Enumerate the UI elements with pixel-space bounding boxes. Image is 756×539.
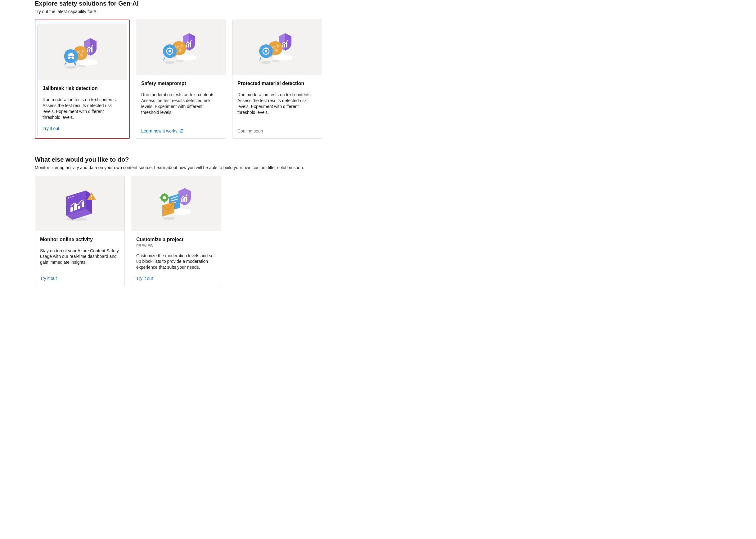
card-hero bbox=[38, 25, 127, 80]
try-it-out-link[interactable]: Try it out bbox=[136, 276, 216, 281]
svg-marker-55 bbox=[74, 203, 77, 211]
svg-point-12 bbox=[72, 56, 74, 59]
svg-rect-34 bbox=[284, 44, 285, 47]
svg-point-31 bbox=[175, 60, 184, 62]
svg-rect-65 bbox=[186, 197, 187, 202]
card-hero bbox=[136, 20, 226, 75]
coming-soon-label: Coming soon bbox=[237, 128, 317, 133]
svg-rect-60 bbox=[91, 198, 92, 199]
svg-point-30 bbox=[165, 61, 175, 64]
card-monitor-activity[interactable]: Monitor online activity Stay on top of y… bbox=[35, 176, 125, 286]
card-protected-material[interactable]: Protected material detection Run moderat… bbox=[232, 20, 322, 139]
svg-rect-29 bbox=[169, 47, 170, 49]
card-customize-project[interactable]: Customize a project PREVIEW Customize th… bbox=[131, 176, 221, 286]
section1-subtext: Try out the latest capability for AI bbox=[35, 9, 396, 14]
card-title: Jailbreak risk detection bbox=[42, 86, 122, 91]
svg-rect-74 bbox=[164, 201, 165, 203]
svg-rect-63 bbox=[181, 199, 183, 202]
svg-rect-76 bbox=[168, 197, 170, 198]
card-desc: Run moderation tests on text contents. A… bbox=[141, 92, 221, 116]
svg-rect-73 bbox=[164, 193, 165, 194]
svg-point-62 bbox=[172, 208, 191, 215]
learn-how-link[interactable]: Learn how it works bbox=[141, 128, 221, 133]
svg-point-47 bbox=[271, 60, 280, 62]
card-hero bbox=[131, 176, 221, 231]
section2-cards: Monitor online activity Stay on top of y… bbox=[35, 176, 396, 286]
svg-rect-59 bbox=[91, 195, 92, 197]
section1-heading: Explore safety solutions for Gen-AI bbox=[35, 0, 396, 7]
card-title: Customize a project bbox=[136, 237, 216, 242]
card-desc: Run moderation tests on text contents. A… bbox=[42, 97, 122, 120]
svg-rect-18 bbox=[188, 44, 189, 47]
svg-point-46 bbox=[261, 61, 271, 64]
try-it-out-link[interactable]: Try it out bbox=[42, 126, 122, 131]
card-safety-metaprompt[interactable]: Safety metaprompt Run moderation tests o… bbox=[136, 20, 226, 139]
svg-point-44 bbox=[265, 50, 267, 52]
svg-point-77 bbox=[163, 217, 175, 220]
card-title: Protected material detection bbox=[237, 81, 317, 86]
svg-rect-13 bbox=[70, 57, 72, 58]
svg-rect-3 bbox=[91, 47, 93, 52]
svg-rect-2 bbox=[89, 49, 90, 52]
safety-bubbles-icon bbox=[156, 29, 206, 66]
section1-cards: Jailbreak risk detection Run moderation … bbox=[35, 20, 396, 139]
card-hero bbox=[35, 176, 124, 231]
svg-point-14 bbox=[66, 66, 76, 69]
svg-rect-35 bbox=[286, 42, 287, 47]
svg-point-51 bbox=[68, 197, 69, 198]
svg-point-28 bbox=[169, 50, 171, 52]
customize-stack-icon bbox=[151, 185, 201, 222]
card-desc: Customize the moderation levels and set … bbox=[136, 253, 216, 270]
cta-label: Learn how it works bbox=[141, 128, 178, 133]
card-desc: Run moderation tests on text contents. A… bbox=[237, 92, 317, 116]
svg-point-11 bbox=[68, 56, 70, 59]
svg-point-72 bbox=[163, 196, 166, 199]
svg-point-61 bbox=[66, 217, 87, 221]
svg-point-0 bbox=[78, 59, 98, 65]
card-jailbreak[interactable]: Jailbreak risk detection Run moderation … bbox=[37, 25, 127, 136]
svg-point-15 bbox=[77, 65, 85, 67]
try-it-out-link[interactable]: Try it out bbox=[40, 276, 119, 281]
section2-subtext: Monitor filtering activity and data on y… bbox=[35, 165, 396, 170]
card-jailbreak-wrapper: Jailbreak risk detection Run moderation … bbox=[35, 20, 130, 139]
svg-marker-57 bbox=[82, 201, 84, 207]
card-hero bbox=[232, 20, 322, 75]
svg-point-32 bbox=[273, 54, 293, 60]
svg-point-52 bbox=[70, 196, 71, 198]
svg-marker-54 bbox=[70, 207, 73, 212]
svg-rect-45 bbox=[265, 47, 266, 49]
preview-badge: PREVIEW bbox=[136, 244, 216, 248]
svg-point-16 bbox=[177, 54, 196, 60]
safety-bubbles-icon bbox=[252, 29, 302, 66]
svg-rect-64 bbox=[184, 198, 185, 202]
safety-bubbles-icon bbox=[57, 34, 107, 71]
svg-rect-75 bbox=[160, 197, 161, 198]
section2-heading: What else would you like to do? bbox=[35, 156, 396, 163]
svg-point-53 bbox=[72, 196, 74, 197]
card-desc: Stay on top of your Azure Content Safety… bbox=[40, 248, 119, 266]
svg-rect-19 bbox=[190, 42, 191, 47]
card-title: Safety metaprompt bbox=[141, 81, 221, 86]
dashboard-alert-icon bbox=[55, 185, 105, 222]
external-link-icon bbox=[180, 129, 184, 133]
card-title: Monitor online activity bbox=[40, 237, 119, 242]
